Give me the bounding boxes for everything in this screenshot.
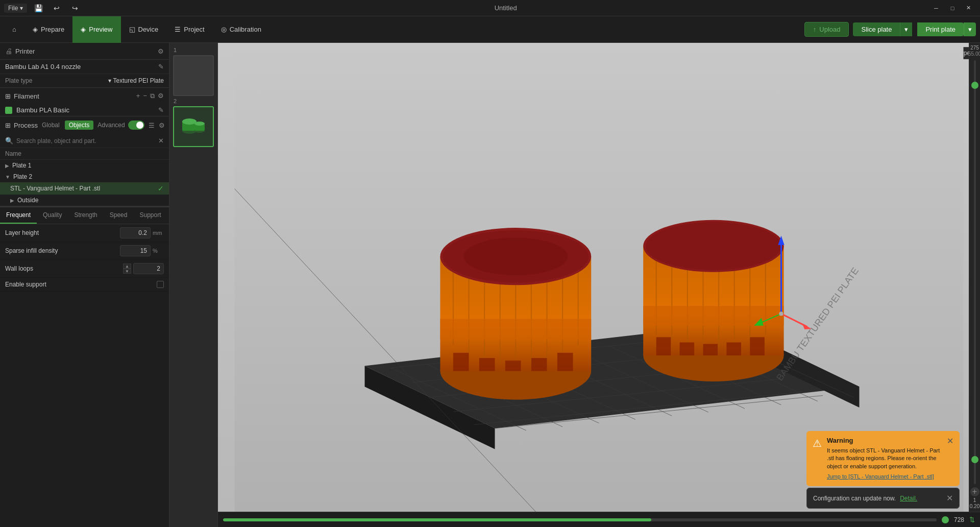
svg-point-65 bbox=[646, 222, 781, 270]
filament-settings-icon[interactable]: ⚙ bbox=[158, 92, 164, 100]
tab-support[interactable]: Support bbox=[133, 207, 167, 224]
file-menu[interactable]: File ▾ bbox=[4, 4, 27, 13]
config-close-button[interactable]: ✕ bbox=[946, 493, 953, 503]
tab-prepare[interactable]: ◈ Prepare bbox=[24, 16, 72, 43]
filament-copy-icon[interactable]: ⧉ bbox=[150, 92, 155, 100]
svg-point-47 bbox=[463, 237, 568, 275]
tree-item-plate2[interactable]: ▼ Plate 2 bbox=[0, 171, 169, 182]
print-dropdown-button[interactable]: ▾ bbox=[964, 22, 976, 36]
wall-loops-up[interactable]: ▲ bbox=[123, 264, 131, 269]
printer-name: Bambu Lab A1 0.4 nozzle bbox=[5, 63, 81, 70]
tab-preview[interactable]: ◈ Preview bbox=[72, 16, 120, 43]
process-section: ⊞ Process Global Objects Advanced bbox=[0, 116, 169, 207]
freq-tabs: Frequent Quality Strength Speed Support … bbox=[0, 207, 169, 224]
object-tree: Name ▶ Plate 1 ▼ Plate 2 STL - Vanguard … bbox=[0, 148, 169, 206]
main-toolbar: ⌂ ◈ Prepare ◈ Preview ◱ Device ☰ Project… bbox=[0, 16, 980, 43]
wall-loops-input[interactable] bbox=[133, 263, 164, 274]
maximize-button[interactable]: □ bbox=[945, 3, 960, 14]
process-header: ⊞ Process Global Objects Advanced bbox=[0, 116, 169, 134]
warning-close-button[interactable]: ✕ bbox=[947, 436, 953, 446]
warning-link[interactable]: Jump to [STL - Vanguard Helmet - Part .s… bbox=[827, 473, 934, 480]
progress-bar-fill bbox=[223, 518, 651, 521]
search-row: 🔍 ✕ bbox=[0, 134, 169, 148]
slider-value-bottom: 1 0.20 bbox=[970, 497, 979, 510]
process-list-icon[interactable]: ☰ bbox=[149, 122, 155, 129]
infill-density-input[interactable] bbox=[120, 245, 151, 256]
tab-global[interactable]: Global bbox=[38, 121, 64, 130]
slice-dropdown-button[interactable]: ▾ bbox=[900, 22, 912, 36]
bottom-bar: 728 ⇅ bbox=[218, 512, 980, 527]
print-button[interactable]: Print plate bbox=[917, 22, 964, 36]
printer-edit-icon[interactable]: ✎ bbox=[158, 63, 164, 70]
svg-rect-60 bbox=[680, 343, 695, 356]
minimize-button[interactable]: ─ bbox=[929, 3, 943, 14]
upload-button[interactable]: ↑ Upload bbox=[804, 22, 849, 37]
tree-item-outside[interactable]: ▶ Outside bbox=[0, 195, 169, 206]
tab-strength[interactable]: Strength bbox=[68, 207, 103, 224]
tree-item-stl[interactable]: STL - Vanguard Helmet - Part .stl ✓ bbox=[0, 182, 169, 195]
filament-edit-icon[interactable]: ✎ bbox=[158, 106, 164, 114]
undo-button[interactable]: ↩ bbox=[50, 3, 64, 14]
prepare-label: Prepare bbox=[41, 26, 64, 33]
process-settings-icon[interactable]: ⚙ bbox=[159, 122, 165, 129]
outside-expand-icon: ▶ bbox=[10, 198, 14, 203]
titlebar-right: ─ □ ✕ bbox=[929, 3, 976, 14]
filament-add-icon[interactable]: + bbox=[136, 92, 140, 100]
print-group: Print plate ▾ bbox=[916, 22, 976, 36]
outside-label: Outside bbox=[17, 197, 38, 204]
filament-actions: + − ⧉ ⚙ bbox=[136, 92, 164, 100]
tab-objects[interactable]: Objects bbox=[65, 121, 94, 130]
config-link[interactable]: Detail. bbox=[900, 495, 917, 502]
param-infill-density: Sparse infill density % bbox=[0, 242, 169, 260]
main-layout: 🖨 Printer ⚙ Bambu Lab A1 0.4 nozzle ✎ Pl… bbox=[0, 43, 980, 527]
printer-settings-icon[interactable]: ⚙ bbox=[158, 47, 164, 55]
layer-height-input[interactable] bbox=[120, 227, 151, 238]
filament-section: ⊞ Filament + − ⧉ ⚙ Bambu PLA Basic ✎ bbox=[0, 88, 169, 116]
device-icon: ◱ bbox=[129, 26, 135, 33]
file-label: File bbox=[8, 5, 18, 12]
home-button[interactable]: ⌂ bbox=[4, 16, 24, 43]
wall-loops-down[interactable]: ▼ bbox=[123, 269, 131, 274]
collapse-icon: ▼ bbox=[5, 174, 10, 180]
tab-speed[interactable]: Speed bbox=[104, 207, 134, 224]
project-icon: ☰ bbox=[175, 26, 181, 33]
titlebar: File ▾ 💾 ↩ ↪ Untitled ─ □ ✕ bbox=[0, 0, 980, 16]
slider-thumb-top[interactable] bbox=[971, 82, 978, 89]
enable-support-checkbox[interactable] bbox=[157, 281, 164, 288]
search-input[interactable] bbox=[16, 137, 155, 145]
file-chevron: ▾ bbox=[20, 5, 23, 12]
thumbnail-1[interactable] bbox=[173, 55, 214, 96]
close-button[interactable]: ✕ bbox=[962, 3, 976, 14]
plate-type-label: Plate type bbox=[5, 77, 32, 84]
tab-project[interactable]: ☰ Project bbox=[166, 16, 212, 43]
bottom-right-icon[interactable]: ⇅ bbox=[969, 516, 975, 523]
param-enable-support: Enable support bbox=[0, 278, 169, 292]
plate-type-value: ▾ Textured PEI Plate bbox=[108, 77, 164, 84]
slider-thumb-bottom[interactable] bbox=[971, 456, 978, 463]
upload-icon: ↑ bbox=[813, 26, 817, 33]
tab-frequent[interactable]: Frequent bbox=[0, 207, 37, 224]
tab-quality[interactable]: Quality bbox=[37, 207, 68, 224]
tab-device[interactable]: ◱ Device bbox=[121, 16, 167, 43]
wall-loops-stepper[interactable]: ▲ ▼ bbox=[123, 264, 131, 274]
process-controls: Global Objects Advanced ☰ ⚙ bbox=[38, 121, 165, 130]
enable-support-label: Enable support bbox=[5, 281, 157, 288]
advanced-toggle[interactable] bbox=[128, 121, 144, 130]
redo-button[interactable]: ↪ bbox=[68, 3, 82, 14]
slider-add-button[interactable]: + bbox=[970, 487, 979, 496]
tab-calibration[interactable]: ◎ Calibration bbox=[213, 16, 270, 43]
preview-icon: ◈ bbox=[81, 26, 86, 33]
tree-item-plate1[interactable]: ▶ Plate 1 bbox=[0, 160, 169, 171]
printer-label: Printer bbox=[15, 47, 35, 55]
save-button[interactable]: 💾 bbox=[31, 3, 45, 14]
slice-button[interactable]: Slice plate bbox=[853, 22, 900, 36]
project-label: Project bbox=[184, 26, 204, 33]
thumb2-number: 2 bbox=[172, 98, 177, 104]
plate2-label: Plate 2 bbox=[13, 173, 32, 180]
search-clear-icon[interactable]: ✕ bbox=[158, 137, 164, 145]
slider-value-mid: 55.00 bbox=[968, 51, 980, 57]
printer-section-header: 🖨 Printer ⚙ bbox=[0, 43, 169, 60]
thumbnail-2[interactable] bbox=[173, 106, 214, 147]
filament-remove-icon[interactable]: − bbox=[143, 92, 147, 100]
viewport-area: 1 2 Color Scheme ≡ Line T bbox=[169, 43, 980, 527]
